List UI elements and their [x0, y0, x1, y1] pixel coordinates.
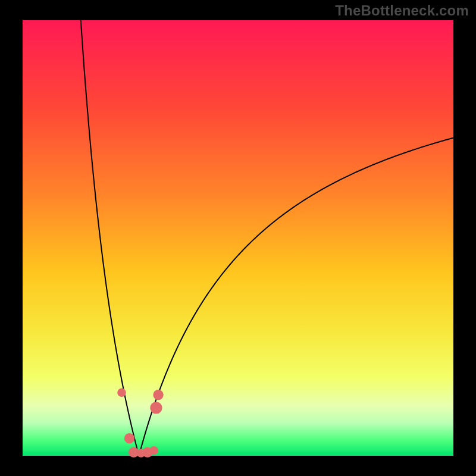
curve-marker [150, 402, 162, 414]
gradient-background [23, 20, 453, 456]
chart-stage: TheBottleneck.com [0, 0, 476, 476]
watermark-text: TheBottleneck.com [335, 2, 469, 19]
bottleneck-chart [0, 0, 476, 476]
curve-marker [124, 433, 134, 443]
curve-marker [150, 446, 158, 455]
curve-marker [117, 389, 126, 397]
curve-marker [153, 390, 163, 400]
